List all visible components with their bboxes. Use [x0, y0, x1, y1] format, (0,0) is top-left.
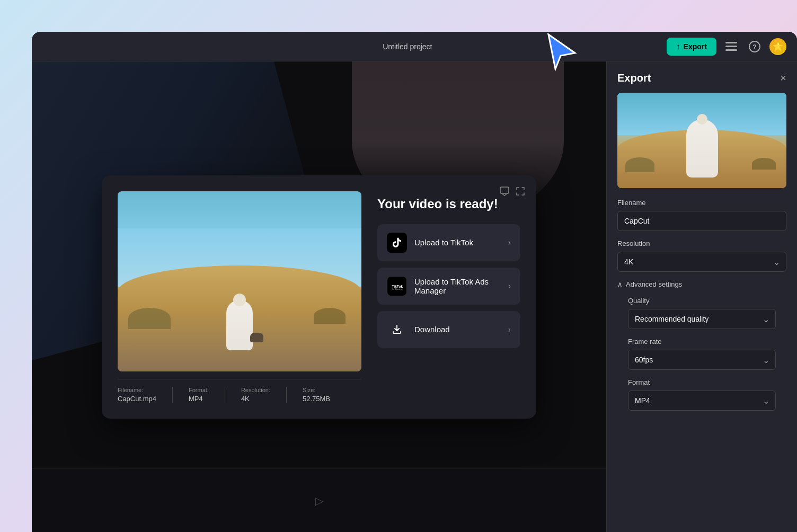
format-field-group: Format MP4 MOV AVI	[617, 378, 786, 419]
upload-tiktok-ads-button[interactable]: TikTok for Business Upload to TikTok Ads…	[377, 268, 520, 305]
modal-content: ▶ 00:00 | 00:05 4k	[118, 191, 520, 403]
framerate-field-group: Frame rate 60fps 30fps 24fps	[617, 338, 786, 378]
svg-text:for Business: for Business	[392, 288, 403, 290]
help-icon[interactable]: ?	[746, 38, 763, 55]
format-info: Format: MP4	[189, 387, 209, 403]
modal-overlay: ▶ 00:00 | 00:05 4k	[32, 61, 606, 532]
app-window: Untitled project ↑ Export ? ⭐	[32, 32, 797, 532]
quality-select-wrapper: Recommended quality High quality Medium …	[628, 309, 776, 329]
preview-image	[617, 93, 786, 188]
resolution-field-label: Resolution	[617, 240, 786, 247]
export-panel-title: Export	[617, 72, 651, 84]
upload-icon: ↑	[676, 42, 680, 51]
modal-right: Your video is ready! Upload to TikTok ›	[377, 191, 520, 403]
framerate-select-wrapper: 60fps 30fps 24fps	[628, 350, 776, 370]
file-info: Filename: CapCut.mp4 Format: MP4	[118, 379, 361, 403]
header-right: ↑ Export ? ⭐	[667, 38, 786, 56]
avatar[interactable]: ⭐	[769, 38, 786, 55]
filename-info: Filename: CapCut.mp4	[118, 387, 156, 403]
resolution-select-wrapper: 4K 1080p 720p	[617, 252, 786, 272]
svg-rect-0	[725, 42, 737, 43]
preview-image-content	[617, 93, 786, 188]
format-select-wrapper: MP4 MOV AVI	[628, 391, 776, 411]
size-info: Size: 52.75MB	[303, 387, 330, 403]
resolution-info: Resolution: 4K	[241, 387, 270, 403]
filename-value: CapCut.mp4	[118, 395, 156, 403]
filename-input[interactable]	[617, 211, 786, 231]
tiktok-arrow-icon: ›	[508, 238, 511, 247]
download-button[interactable]: Download ›	[377, 311, 520, 348]
upload-tiktok-label: Upload to TikTok	[414, 238, 473, 247]
preview-figure	[686, 119, 718, 178]
svg-rect-2	[725, 49, 737, 51]
size-value: 52.75MB	[303, 395, 330, 403]
export-panel-header: Export ×	[607, 61, 797, 93]
tiktok-icon	[387, 233, 407, 253]
advanced-settings-toggle[interactable]: ∧ Advanced settings	[617, 280, 786, 288]
video-preview: ▶ 00:00 | 00:05 4k	[118, 191, 361, 371]
quality-select[interactable]: Recommended quality High quality Medium …	[628, 309, 776, 329]
video-figure	[226, 300, 253, 350]
resolution-label: Resolution:	[241, 387, 270, 393]
format-value: MP4	[189, 395, 209, 403]
format-select[interactable]: MP4 MOV AVI	[628, 391, 776, 411]
quality-field-label: Quality	[628, 297, 776, 305]
export-panel: Export ×	[606, 61, 797, 532]
quality-field-group: Quality Recommended quality High quality…	[617, 297, 786, 338]
export-button[interactable]: ↑ Export	[667, 38, 716, 56]
svg-rect-1	[725, 46, 737, 47]
filename-field-group: Filename	[607, 199, 797, 240]
advanced-settings-label: Advanced settings	[626, 280, 682, 288]
close-export-panel-button[interactable]: ×	[780, 72, 786, 84]
resolution-field-group: Resolution 4K 1080p 720p	[607, 240, 797, 280]
download-arrow-icon: ›	[508, 325, 511, 334]
fullscreen-icon[interactable]	[515, 186, 526, 199]
format-label: Format:	[189, 387, 209, 393]
svg-text:?: ?	[752, 43, 757, 51]
video-ready-modal: ▶ 00:00 | 00:05 4k	[102, 175, 536, 419]
app-body: ▷	[32, 61, 797, 532]
upload-tiktok-button[interactable]: Upload to TikTok ›	[377, 224, 520, 261]
header: Untitled project ↑ Export ? ⭐	[32, 32, 797, 61]
size-label: Size:	[303, 387, 330, 393]
resolution-select[interactable]: 4K 1080p 720p	[617, 252, 786, 272]
format-field-label: Format	[628, 378, 776, 386]
tiktok-ads-arrow-icon: ›	[508, 281, 511, 291]
svg-rect-5	[500, 187, 509, 193]
project-title: Untitled project	[383, 42, 432, 51]
download-label: Download	[414, 325, 450, 334]
download-icon	[387, 320, 407, 340]
menu-icon[interactable]	[723, 38, 740, 55]
filename-field-label: Filename	[617, 199, 786, 207]
tiktok-ads-icon: TikTok for Business	[387, 276, 407, 296]
advanced-chevron: ∧	[617, 280, 623, 288]
video-player: ▶ 00:00 | 00:05 4k	[118, 191, 361, 403]
advanced-settings: ∧ Advanced settings Quality Recommended …	[607, 280, 797, 428]
video-preview-inner	[118, 191, 361, 371]
modal-top-icons	[499, 186, 526, 199]
resolution-value: 4K	[241, 395, 270, 403]
framerate-select[interactable]: 60fps 30fps 24fps	[628, 350, 776, 370]
filename-label: Filename:	[118, 387, 156, 393]
framerate-field-label: Frame rate	[628, 338, 776, 345]
feedback-icon[interactable]	[499, 186, 510, 199]
upload-tiktok-ads-label: Upload to TikTok Ads Manager	[414, 277, 501, 295]
main-area: ▷	[32, 61, 606, 532]
